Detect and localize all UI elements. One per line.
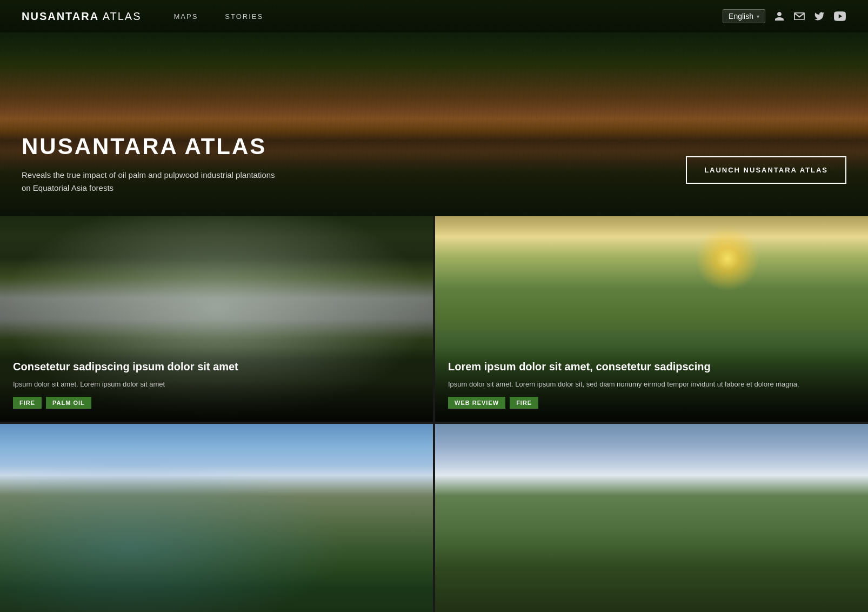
story-card-2[interactable]: Lorem ipsum dolor sit amet, consetetur s…: [435, 216, 868, 422]
tag-palm-oil[interactable]: PALM OIL: [46, 397, 91, 409]
card-2-title: Lorem ipsum dolor sit amet, consetetur s…: [448, 360, 855, 374]
language-selector[interactable]: English ▾: [723, 9, 765, 23]
card-4-photo: [435, 424, 868, 612]
card-1-overlay: Consetetur sadipscing ipsum dolor sit am…: [0, 347, 433, 422]
card-2-overlay: Lorem ipsum dolor sit amet, consetetur s…: [435, 347, 868, 422]
language-label: English: [729, 12, 753, 21]
nav-right: English ▾: [723, 9, 846, 23]
hero-title: NUSANTARA ATLAS: [22, 134, 281, 159]
cards-grid: Consetetur sadipscing ipsum dolor sit am…: [0, 216, 868, 612]
story-card-4[interactable]: [435, 424, 868, 612]
main-nav: NUSANTARA ATLAS MAPS STORIES English ▾: [0, 0, 868, 32]
card-1-title: Consetetur sadipscing ipsum dolor sit am…: [13, 360, 420, 374]
hero-subtitle: Reveals the true impact of oil palm and …: [22, 169, 281, 195]
story-card-3[interactable]: [0, 424, 433, 612]
logo-bold: NUSANTARA: [22, 10, 99, 22]
nav-links: MAPS STORIES: [174, 12, 723, 21]
hero-cta: LAUNCH NUSANTARA ATLAS: [686, 156, 846, 184]
user-icon[interactable]: [774, 11, 785, 22]
tag-fire-1[interactable]: FIRE: [13, 397, 42, 409]
card-1-description: Ipsum dolor sit amet. Lorem ipsum dolor …: [13, 379, 420, 390]
site-logo[interactable]: NUSANTARA ATLAS: [22, 10, 142, 23]
card-1-tags: FIRE PALM OIL: [13, 397, 420, 409]
tag-fire-2[interactable]: FIRE: [510, 397, 538, 409]
hero-content: NUSANTARA ATLAS Reveals the true impact …: [0, 0, 868, 216]
chevron-down-icon: ▾: [757, 14, 759, 19]
card-2-description: Ipsum dolor sit amet. Lorem ipsum dolor …: [448, 379, 855, 390]
hero-text: NUSANTARA ATLAS Reveals the true impact …: [22, 134, 281, 195]
nav-link-stories[interactable]: STORIES: [225, 12, 263, 21]
nav-link-maps[interactable]: MAPS: [174, 12, 198, 21]
tag-web-review[interactable]: WEB REVIEW: [448, 397, 505, 409]
hero-section: NUSANTARA ATLAS Reveals the true impact …: [0, 0, 868, 216]
card-2-tags: WEB REVIEW FIRE: [448, 397, 855, 409]
twitter-icon[interactable]: [814, 11, 825, 22]
youtube-icon[interactable]: [833, 11, 846, 21]
launch-atlas-button[interactable]: LAUNCH NUSANTARA ATLAS: [686, 156, 846, 184]
card-3-photo: [0, 424, 433, 612]
story-card-1[interactable]: Consetetur sadipscing ipsum dolor sit am…: [0, 216, 433, 422]
logo-thin: ATLAS: [99, 10, 141, 22]
mail-icon[interactable]: [793, 11, 805, 21]
